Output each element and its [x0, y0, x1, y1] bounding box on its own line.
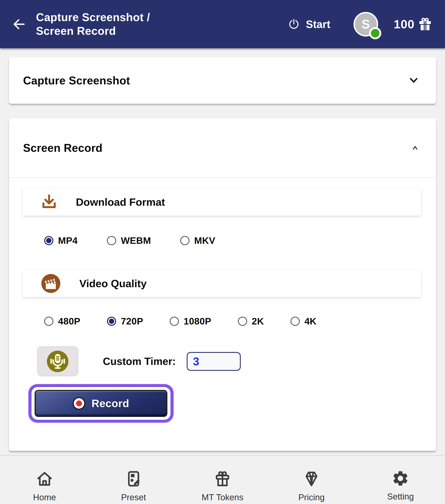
- screen-recorder-app: Capture Screenshot / Screen Record Start…: [0, 0, 445, 504]
- radio-label: MP4: [58, 235, 77, 246]
- radio-circle: [238, 317, 247, 326]
- radio-label: 720P: [121, 316, 143, 327]
- video-quality-bar: Video Quality: [23, 270, 421, 297]
- mic-toggle-button[interactable]: [37, 346, 78, 376]
- radio-label: 480P: [58, 316, 80, 327]
- capture-section-title: Capture Screenshot: [23, 74, 130, 87]
- gift-icon: [213, 469, 232, 488]
- radio-option-webm[interactable]: WEBM: [107, 235, 151, 246]
- record-button-glow: Record: [32, 387, 171, 420]
- chevron-down-icon[interactable]: [408, 75, 420, 86]
- gift-icon: [417, 17, 433, 32]
- record-section-title: Screen Record: [23, 142, 102, 154]
- download-format-options: MP4 WEBM MKV: [44, 235, 436, 246]
- back-button[interactable]: [10, 16, 28, 33]
- record-button-label: Record: [92, 397, 129, 410]
- back-arrow-icon: [11, 16, 27, 32]
- page-title: Capture Screenshot / Screen Record: [36, 11, 150, 38]
- section-capture-screenshot[interactable]: Capture Screenshot: [9, 57, 436, 104]
- radio-circle: [290, 317, 300, 326]
- nav-label: MT Tokens: [202, 492, 243, 502]
- radio-circle: [180, 236, 190, 245]
- token-count: 100: [394, 17, 414, 31]
- custom-timer-input[interactable]: [187, 352, 241, 371]
- radio-option-720p[interactable]: 720P: [107, 316, 143, 327]
- radio-option-mp4[interactable]: MP4: [44, 235, 77, 246]
- power-icon: [288, 18, 300, 30]
- nav-label: Pricing: [298, 492, 325, 502]
- radio-label: 2K: [252, 316, 264, 327]
- video-quality-title: Video Quality: [79, 277, 147, 289]
- download-format-bar: Download Format: [23, 188, 421, 216]
- gear-icon: [391, 469, 409, 487]
- app-header: Capture Screenshot / Screen Record Start…: [0, 0, 445, 48]
- radio-option-4k[interactable]: 4K: [290, 316, 317, 327]
- start-button[interactable]: Start: [288, 18, 330, 31]
- radio-label: 4K: [304, 316, 317, 327]
- nav-item-mt-tokens[interactable]: MT Tokens: [178, 469, 267, 504]
- nav-item-preset[interactable]: Preset: [89, 469, 178, 504]
- radio-circle: [44, 236, 53, 245]
- radio-label: MKV: [194, 235, 215, 246]
- home-icon: [35, 469, 54, 488]
- microphone-icon: [46, 350, 69, 373]
- diamond-icon: [302, 469, 321, 488]
- download-icon: [41, 194, 58, 210]
- avatar[interactable]: S: [353, 12, 378, 36]
- radio-circle: [107, 317, 116, 326]
- radio-circle: [44, 317, 53, 326]
- nav-label: Home: [33, 492, 56, 502]
- header-actions: Start S 100: [288, 12, 433, 36]
- radio-label: WEBM: [121, 235, 151, 246]
- nav-label: Setting: [387, 492, 414, 502]
- record-button[interactable]: Record: [35, 390, 167, 417]
- nav-label: Preset: [121, 492, 146, 502]
- nav-item-setting[interactable]: Setting: [356, 469, 445, 504]
- chevron-up-icon[interactable]: [411, 144, 420, 152]
- preset-icon: [124, 469, 143, 488]
- token-counter[interactable]: 100: [394, 17, 433, 32]
- start-button-label: Start: [306, 18, 330, 31]
- nav-item-pricing[interactable]: Pricing: [267, 469, 356, 504]
- radio-option-2k[interactable]: 2K: [238, 316, 264, 327]
- record-dot-icon: [73, 397, 85, 410]
- custom-timer-label: Custom Timer:: [103, 355, 176, 367]
- screen-record-header[interactable]: Screen Record: [9, 118, 436, 178]
- video-quality-options: 480P 720P 1080P 2K 4K: [44, 316, 436, 327]
- video-quality-icon: [41, 273, 61, 294]
- mic-timer-row: Custom Timer:: [37, 346, 436, 376]
- nav-item-home[interactable]: Home: [0, 469, 89, 504]
- online-status-dot: [369, 27, 381, 39]
- record-button-highlight: Record: [28, 384, 174, 423]
- radio-option-480p[interactable]: 480P: [44, 316, 80, 327]
- radio-circle: [107, 236, 116, 245]
- bottom-navigation: Home Preset MT Tokens: [0, 455, 445, 504]
- radio-option-1080p[interactable]: 1080P: [170, 316, 211, 327]
- download-format-title: Download Format: [76, 196, 165, 208]
- radio-label: 1080P: [184, 316, 211, 327]
- section-screen-record: Screen Record Download Format MP4 WEBM: [9, 118, 436, 451]
- radio-circle: [170, 317, 179, 326]
- radio-option-mkv[interactable]: MKV: [180, 235, 215, 246]
